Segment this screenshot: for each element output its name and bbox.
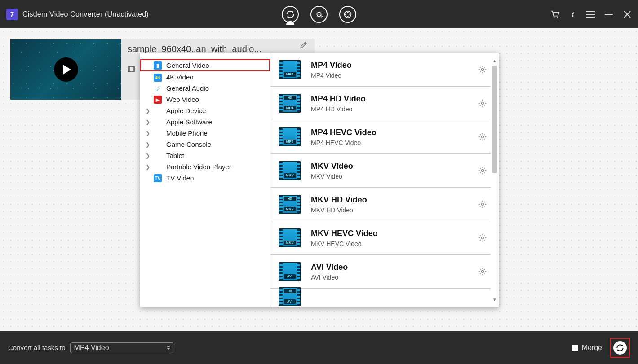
format-item[interactable]: MP4MP4 VideoMP4 Video <box>270 53 491 87</box>
svg-point-7 <box>554 17 555 18</box>
format-item[interactable]: HDAVI <box>270 289 491 304</box>
category-item[interactable]: ▮General Video <box>140 59 270 71</box>
output-format-value: MP4 Video <box>74 344 109 352</box>
format-file-icon: MP4 <box>279 127 301 146</box>
svg-point-5 <box>345 13 346 15</box>
format-title: MKV HD Video <box>311 195 478 205</box>
format-title: MP4 Video <box>311 61 478 70</box>
refresh-cycle-icon <box>285 9 295 19</box>
category-item[interactable]: ❯Apple Device <box>140 105 270 116</box>
svg-point-18 <box>482 237 484 239</box>
edit-pencil-icon[interactable] <box>299 40 308 49</box>
scroll-up-icon[interactable]: ▴ <box>492 57 498 64</box>
category-label: General Audio <box>166 84 209 92</box>
cart-icon[interactable] <box>550 9 560 19</box>
format-title: MKV Video <box>311 162 478 171</box>
merge-checkbox[interactable] <box>572 345 578 351</box>
menu-icon[interactable] <box>586 11 595 18</box>
format-item[interactable]: MP4MP4 HEVC VideoMP4 HEVC Video <box>270 120 491 154</box>
chevron-right-icon: ❯ <box>146 141 150 148</box>
format-file-icon: HDMP4 <box>279 94 301 113</box>
format-subtitle: MKV Video <box>311 173 478 180</box>
svg-point-4 <box>347 16 349 17</box>
format-title: AVI Video <box>311 263 478 272</box>
chevron-right-icon: ❯ <box>146 153 150 159</box>
scroll-down-icon[interactable]: ▾ <box>492 296 498 303</box>
tv-icon: TV <box>154 174 162 183</box>
format-item[interactable]: HDMP4MP4 HD VideoMP4 HD Video <box>270 87 491 120</box>
category-item[interactable]: ❯Portable Video Player <box>140 161 270 172</box>
app-title: Cisdem Video Converter (Unactivated) <box>22 10 149 18</box>
window-minimize-button[interactable] <box>605 14 613 15</box>
app-logo-icon: 7 <box>6 9 18 20</box>
gear-icon[interactable] <box>478 267 487 276</box>
chevron-right-icon: ❯ <box>146 119 150 125</box>
disc-download-icon <box>314 9 324 19</box>
format-subtitle: MP4 HEVC Video <box>311 139 478 146</box>
category-item[interactable]: ❯Apple Software <box>140 116 270 127</box>
category-item[interactable]: ❯Mobile Phone <box>140 127 270 139</box>
category-label: General Video <box>166 61 209 69</box>
svg-point-14 <box>482 102 484 105</box>
category-label: TV Video <box>166 174 194 182</box>
svg-point-17 <box>482 203 484 206</box>
scrollbar[interactable]: ▴ ▾ <box>492 57 498 303</box>
category-label: Tablet <box>166 152 184 159</box>
format-subtitle: MP4 HD Video <box>311 105 478 113</box>
format-file-icon: MKV <box>279 161 301 180</box>
format-title: MP4 HEVC Video <box>311 128 478 137</box>
category-item[interactable]: ♪General Audio <box>140 83 270 94</box>
convert-all-label: Convert all tasks to <box>8 344 66 351</box>
category-item[interactable]: ❯Game Console <box>140 139 270 150</box>
format-list: MP4MP4 VideoMP4 VideoHDMP4MP4 HD VideoMP… <box>270 53 491 307</box>
category-item[interactable]: 4K4K Video <box>140 71 270 83</box>
video-thumbnail[interactable] <box>10 39 121 100</box>
svg-point-13 <box>482 69 484 71</box>
format-item[interactable]: HDMKVMKV HD VideoMKV HD Video <box>270 188 491 221</box>
audio-icon: ♪ <box>154 84 162 92</box>
category-label: Portable Video Player <box>166 163 231 171</box>
category-item[interactable]: ❯Tablet <box>140 150 270 161</box>
format-item[interactable]: MKVMKV VideoMKV Video <box>270 154 491 188</box>
gear-icon[interactable] <box>478 99 487 108</box>
gear-icon[interactable] <box>478 65 487 74</box>
format-item[interactable]: AVIAVI VideoAVI Video <box>270 255 491 289</box>
svg-point-16 <box>482 170 484 172</box>
output-format-select[interactable]: MP4 Video <box>70 342 173 353</box>
format-file-icon: MP4 <box>279 60 301 79</box>
format-popup: ▮General Video4K4K Video♪General Audio▶W… <box>140 53 499 307</box>
window-close-button[interactable] <box>623 10 632 19</box>
chevron-right-icon: ❯ <box>146 130 150 136</box>
category-label: Apple Device <box>166 107 206 114</box>
key-icon[interactable] <box>570 9 576 19</box>
mode-convert-button[interactable] <box>282 6 299 23</box>
title-bar: 7 Cisdem Video Converter (Unactivated) <box>0 0 638 28</box>
category-item[interactable]: TVTV Video <box>140 172 270 184</box>
mode-download-button[interactable] <box>310 6 328 23</box>
scrollbar-thumb[interactable] <box>492 66 497 173</box>
svg-point-19 <box>482 271 484 273</box>
convert-icon <box>616 343 625 352</box>
category-label: 4K Video <box>166 73 194 81</box>
svg-point-9 <box>572 12 574 13</box>
category-item[interactable]: ▶Web Video <box>140 94 270 105</box>
gear-icon[interactable] <box>478 166 487 175</box>
format-file-icon: HDMKV <box>279 195 301 214</box>
format-file-icon: HDAVI <box>279 287 301 306</box>
mode-switch <box>282 6 356 23</box>
format-file-icon: AVI <box>279 262 301 281</box>
web-icon: ▶ <box>154 95 162 104</box>
video-track-icon <box>128 65 136 73</box>
start-convert-button[interactable] <box>610 338 630 358</box>
gear-icon[interactable] <box>478 200 487 209</box>
gear-icon[interactable] <box>478 233 487 242</box>
format-subtitle: MKV HEVC Video <box>311 240 478 247</box>
format-subtitle: AVI Video <box>311 274 478 281</box>
mode-rip-button[interactable] <box>339 6 356 23</box>
chevron-right-icon: ❯ <box>146 164 150 170</box>
category-list: ▮General Video4K4K Video♪General Audio▶W… <box>140 53 270 307</box>
format-file-icon: MKV <box>279 228 301 247</box>
bottom-bar: Convert all tasks to MP4 Video Merge <box>0 331 638 364</box>
format-item[interactable]: MKVMKV HEVC VideoMKV HEVC Video <box>270 221 491 255</box>
gear-icon[interactable] <box>478 132 487 141</box>
